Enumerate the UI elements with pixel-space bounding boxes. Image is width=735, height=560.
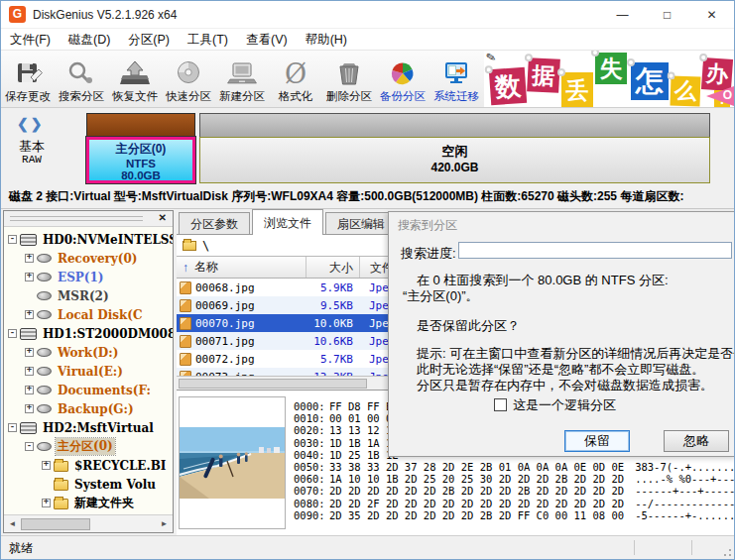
nav-forward-icon[interactable]: ❯: [31, 116, 45, 132]
tree-item-new-folder[interactable]: +新建文件夹: [4, 494, 173, 512]
new-partition-button[interactable]: 新建分区: [215, 51, 269, 107]
save-icon: [11, 60, 45, 89]
sort-up-icon[interactable]: ↑: [177, 261, 194, 275]
tree-panel-header[interactable]: ✕: [4, 211, 173, 227]
menu-partition[interactable]: 分区(P): [119, 29, 179, 51]
banner-tile: 据: [527, 57, 560, 93]
disk-icon: [20, 234, 37, 246]
partition-overview: ❮❯ 基本 RAW 主分区(0) NTFS 80.0GB 空闲 420.0GB: [1, 108, 734, 185]
banner-tile: 怎: [631, 62, 669, 100]
system-migration-button[interactable]: 系统迁移: [429, 51, 483, 107]
backup-partition-label: 备份分区: [380, 89, 426, 104]
tree-item-documents-f[interactable]: +Documents(F:: [4, 381, 173, 399]
partition-icon: [37, 310, 52, 319]
hex-row[interactable]: 0090:2D 35 2D 2D 2D 2D 2D 2D 2B 2D FF C0…: [294, 509, 734, 521]
system-migration-label: 系统迁移: [433, 89, 479, 104]
dot-icon: [627, 58, 635, 66]
partition-block-free[interactable]: 空闲 420.0GB: [199, 137, 710, 183]
tree-item-local-disk-c[interactable]: +Local Disk(C: [4, 305, 173, 324]
expander-icon[interactable]: +: [25, 273, 34, 281]
ignore-button[interactable]: 忽略: [664, 430, 729, 452]
expander-icon[interactable]: +: [25, 367, 34, 376]
menu-tools[interactable]: 工具(T): [179, 29, 237, 51]
menu-disk[interactable]: 磁盘(D): [60, 29, 119, 51]
tree-item-hd2[interactable]: -HD2:MsftVirtual: [4, 418, 173, 437]
hex-row[interactable]: 0060:1A 10 10 1B 2D 25 20 25 30 2D 2D 2D…: [294, 473, 734, 485]
quick-partition-button[interactable]: 快速分区: [162, 51, 215, 107]
menu-bar: 文件(F) 磁盘(D) 分区(P) 工具(T) 查看(V) 帮助(H): [1, 29, 734, 51]
expander-icon[interactable]: +: [42, 461, 51, 470]
keep-button[interactable]: 保留: [564, 430, 630, 452]
diskgenius-window: G DiskGenius V5.2.1.926 x64 — □ ✕ 文件(F) …: [0, 0, 735, 560]
partition-type-strip: [86, 113, 195, 138]
scroll-right-icon[interactable]: ►: [156, 519, 173, 528]
column-header-size[interactable]: 大小: [306, 257, 353, 278]
partition-icon: [37, 367, 52, 376]
tree-item-hd0[interactable]: -HD0:NVMeINTELSS: [4, 230, 173, 249]
current-path: \: [202, 239, 209, 253]
search-partition-button[interactable]: 搜索分区: [55, 51, 108, 107]
expander-icon[interactable]: +: [25, 404, 34, 413]
folder-icon: [54, 461, 68, 472]
hex-row[interactable]: 0070:2D 2D 2D 2D 2D 2D 2B 2D 2D 2D 2B 2D…: [294, 485, 734, 497]
tree-horizontal-scrollbar[interactable]: ◄ ►: [4, 514, 173, 532]
expander-icon[interactable]: +: [25, 348, 34, 357]
maximize-button[interactable]: □: [645, 1, 689, 28]
partition-size: 80.0GB: [89, 169, 192, 181]
tree-item-primary-partition[interactable]: -主分区(0): [4, 437, 173, 456]
tab-browse-files[interactable]: 浏览文件: [252, 209, 323, 235]
expander-icon[interactable]: -: [8, 423, 17, 432]
delete-partition-button[interactable]: 删除分区: [322, 51, 376, 107]
tree-item-msr[interactable]: MSR(2): [4, 286, 173, 305]
banner-tile: 么: [670, 75, 700, 106]
scrollbar-thumb[interactable]: [179, 379, 367, 389]
tree-item-esp[interactable]: +ESP(1): [4, 268, 173, 286]
free-space-strip: [199, 113, 710, 138]
partition-icon: [37, 404, 52, 413]
tree-item-recovery[interactable]: +Recovery(0): [4, 249, 173, 268]
close-button[interactable]: ✕: [689, 1, 734, 28]
banner-tile: 丢: [561, 72, 593, 108]
title-bar: G DiskGenius V5.2.1.926 x64 — □ ✕: [1, 1, 734, 29]
minimize-button[interactable]: —: [600, 1, 645, 28]
tree-item-recycle[interactable]: +$RECYCLE.BI: [4, 456, 173, 475]
expander-icon[interactable]: -: [8, 329, 17, 338]
status-text: 就绪: [9, 540, 33, 557]
expander-icon[interactable]: +: [25, 310, 34, 319]
format-label: 格式化: [279, 89, 313, 104]
menu-file[interactable]: 文件(F): [1, 29, 60, 51]
expander-icon[interactable]: +: [25, 386, 34, 394]
backup-partition-button[interactable]: 备份分区: [376, 51, 429, 107]
tab-partition-params[interactable]: 分区参数: [179, 212, 250, 234]
resize-grip[interactable]: [720, 545, 732, 557]
beach-photo: [180, 427, 285, 499]
expander-icon[interactable]: +: [25, 254, 34, 263]
scroll-left-icon[interactable]: ◄: [4, 519, 21, 528]
format-button[interactable]: Ø 格式化: [269, 51, 322, 107]
ad-banner[interactable]: ✎ 数 据 丢 失 怎 么 办 ! O: [484, 51, 734, 108]
tab-sector-edit[interactable]: 扇区编辑: [325, 212, 397, 234]
tree-close-icon[interactable]: ✕: [159, 212, 167, 223]
hex-row[interactable]: 0080:2D 2D 2F 2D 2D 2D 2D 2D 2D 2D 2D 2D…: [294, 498, 734, 509]
partition-block-primary[interactable]: 主分区(0) NTFS 80.0GB: [86, 137, 195, 183]
tree-item-work-d[interactable]: +Work(D:): [4, 343, 173, 362]
hex-row[interactable]: 0050:33 38 33 2D 37 28 2D 2E 2B 01 0A 0A…: [294, 461, 734, 473]
column-header-name[interactable]: 名称: [194, 259, 306, 276]
tree-item-virual-e[interactable]: +Virual(E:): [4, 362, 173, 381]
expander-icon[interactable]: -: [8, 235, 17, 244]
tree-item-system-volume[interactable]: System Volu: [4, 475, 173, 494]
tree-item-hd1[interactable]: -HD1:ST2000DM008: [4, 324, 173, 343]
partition-size: 420.0GB: [200, 161, 709, 174]
nav-back-icon[interactable]: ❮: [17, 116, 31, 132]
search-progress-label: 搜索进度:: [401, 245, 456, 263]
menu-view[interactable]: 查看(V): [237, 29, 297, 51]
menu-help[interactable]: 帮助(H): [297, 29, 356, 51]
save-changes-button[interactable]: 保存更改: [1, 51, 55, 107]
logical-partition-checkbox[interactable]: [494, 398, 507, 411]
scrollbar-thumb[interactable]: [21, 518, 90, 530]
expander-icon[interactable]: +: [42, 499, 51, 507]
tree-item-backup-g[interactable]: +Backup(G:): [4, 399, 173, 418]
recover-files-button[interactable]: 恢复文件: [108, 51, 162, 107]
partition-icon: [37, 254, 52, 263]
expander-icon[interactable]: -: [25, 442, 34, 451]
